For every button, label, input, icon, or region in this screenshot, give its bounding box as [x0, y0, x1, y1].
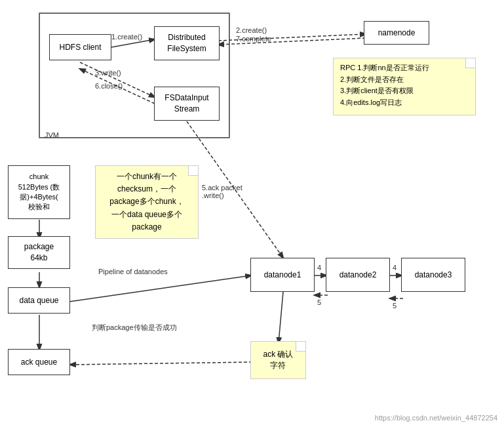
label-create1: 1.create(): [111, 33, 142, 41]
label-num5-2: 5: [393, 302, 397, 310]
label-write-call: .write(): [202, 192, 224, 199]
label-create2: 2.create(): [236, 26, 267, 34]
svg-line-9: [69, 275, 251, 302]
datanode2-box: datanode2: [326, 258, 390, 292]
distributed-fs-label: Distributed FileSystem: [167, 32, 206, 54]
ack-queue-box: ack queue: [8, 349, 70, 375]
fsdatainput-box: FSDataInput Stream: [154, 87, 220, 121]
diagram-container: JVM HDFS client Distributed FileSystem F…: [0, 0, 504, 427]
fsdatainput-label: FSDataInput Stream: [165, 92, 208, 115]
label-close6: 6.close(): [95, 82, 123, 90]
svg-line-15: [70, 362, 252, 365]
hdfs-client-box: HDFS client: [49, 34, 111, 60]
ack-confirm-box: ack 确认 字符: [250, 341, 306, 379]
svg-line-16: [279, 292, 283, 343]
label-judge: 判断package传输是否成功: [92, 323, 177, 333]
namenode-box: namenode: [364, 21, 429, 45]
label-complete7: 7.complete: [236, 35, 271, 43]
chunk-box: chunk 512Bytes (数 据)+4Bytes( 校验和: [8, 165, 70, 219]
jvm-label: JVM: [45, 131, 59, 139]
ack-confirm-label: ack 确认 字符: [263, 349, 293, 371]
distributed-fs-box: Distributed FileSystem: [154, 26, 220, 60]
datanode2-label: datanode2: [339, 270, 377, 281]
package-label: package 64kb: [24, 241, 54, 264]
datanode1-label: datanode1: [264, 270, 301, 281]
label-num5-1: 5: [317, 298, 321, 306]
rpc-note-box: RPC 1.判断nn是否正常运行 2.判断文件是否存在 3.判断client是否…: [333, 58, 476, 115]
label-pipeline: Pipeline of datanodes: [98, 268, 168, 275]
datanode3-label: datanode3: [415, 270, 452, 281]
label-write3: 3.write(): [95, 69, 121, 77]
watermark: https://blog.csdn.net/weixin_44872254: [375, 414, 497, 422]
yellow-note-label: 一个chunk有一个 checksum，一个 package多个chunk， 一…: [109, 171, 184, 234]
datanode3-box: datanode3: [401, 258, 465, 292]
label-ack5: 5.ack packet: [202, 184, 242, 192]
namenode-label: namenode: [378, 28, 416, 39]
chunk-label: chunk 512Bytes (数 据)+4Bytes( 校验和: [18, 172, 60, 213]
label-num4-2: 4: [393, 264, 397, 272]
yellow-note-box: 一个chunk有一个 checksum，一个 package多个chunk， 一…: [95, 165, 199, 239]
ack-queue-label: ack queue: [21, 357, 57, 368]
rpc-note-label: RPC 1.判断nn是否正常运行 2.判断文件是否存在 3.判断client是否…: [340, 62, 429, 108]
data-queue-box: data queue: [8, 287, 70, 314]
hdfs-client-label: HDFS client: [59, 42, 101, 53]
datanode1-box: datanode1: [250, 258, 315, 292]
data-queue-label: data queue: [19, 295, 58, 306]
package-box: package 64kb: [8, 236, 70, 269]
label-num4-1: 4: [317, 264, 321, 272]
